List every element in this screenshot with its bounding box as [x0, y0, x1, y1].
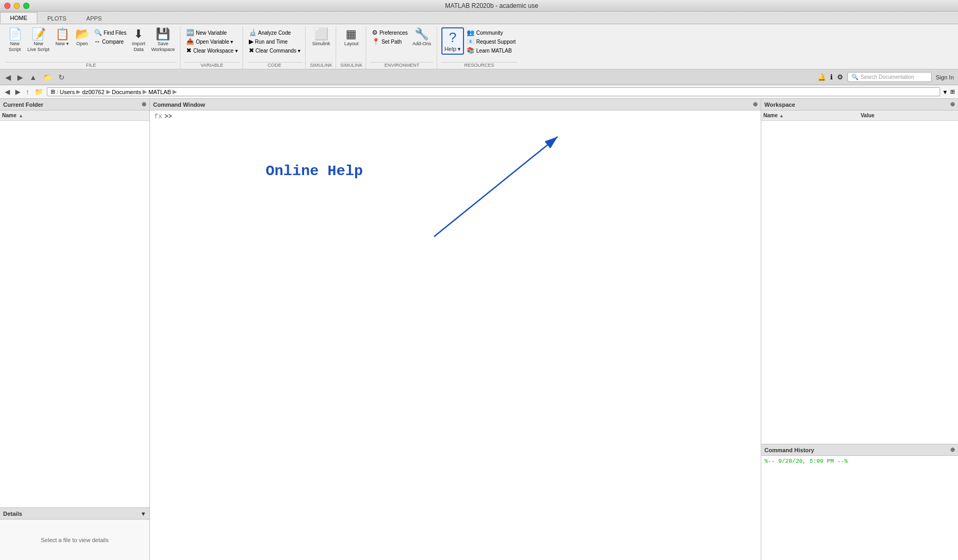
help-icon-top[interactable]: 🔔	[818, 73, 826, 81]
run-and-time-label: Run and Time	[255, 39, 288, 45]
browse-button[interactable]: 📁	[42, 72, 53, 83]
new-script-label: NewScript	[8, 41, 21, 53]
compare-button[interactable]: ↔ Compare	[93, 37, 128, 46]
ribbon: 📄 NewScript 📝 NewLive Script 📋 New ▾ 📂 O…	[0, 24, 958, 69]
new-dropdown-label: New ▾	[55, 41, 69, 47]
window-controls[interactable]	[4, 3, 29, 9]
clear-commands-button[interactable]: ✖ Clear Commands ▾	[247, 46, 302, 55]
up-button[interactable]: ▲	[28, 72, 38, 83]
info-icon-top[interactable]: ℹ	[830, 73, 833, 81]
import-data-button[interactable]: ⬇ ImportData	[129, 27, 148, 54]
simulink-label: Simulink	[312, 41, 330, 47]
command-window-header: Command Window ⊕	[150, 99, 761, 110]
cmd-prompt-symbol: >>	[165, 113, 172, 120]
search-documentation-input[interactable]: 🔍 Search Documentation	[848, 72, 932, 82]
breadcrumb-username[interactable]: dz00762	[82, 89, 104, 95]
set-path-label: Set Path	[381, 39, 401, 45]
find-files-button[interactable]: 🔍 Find Files	[93, 28, 128, 37]
workspace-title: Workspace	[764, 101, 795, 108]
sign-in-button[interactable]: Sign In	[936, 74, 954, 80]
settings-icon-top[interactable]: ⚙	[837, 73, 843, 81]
layout-group-content: ▦ Layout	[342, 27, 361, 62]
resources-group-label: RESOURCES	[441, 62, 518, 69]
details-chevron-icon[interactable]: ▼	[140, 511, 146, 517]
folder-sort-icon[interactable]: ▲	[18, 113, 23, 118]
addr-back-button[interactable]: ◀	[3, 87, 12, 96]
new-live-script-button[interactable]: 📝 NewLive Script	[25, 27, 52, 54]
analyze-code-button[interactable]: 🔬 Analyze Code	[247, 28, 302, 37]
refresh-button[interactable]: ↻	[57, 72, 66, 83]
tab-apps[interactable]: APPS	[76, 13, 112, 24]
title-bar: MATLAB R2020b - academic use	[0, 0, 958, 12]
minimize-button[interactable]	[14, 3, 20, 9]
addr-expand-icon[interactable]: ⊞	[950, 88, 955, 95]
breadcrumb-matlab[interactable]: MATLAB	[148, 89, 171, 95]
layout-button[interactable]: ▦ Layout	[342, 27, 361, 48]
help-label: Help ▾	[445, 46, 461, 53]
folder-content	[0, 121, 149, 507]
clear-commands-icon: ✖	[249, 47, 254, 54]
workspace-panel: Workspace ⊕ Name ▲ Value	[761, 99, 958, 444]
command-window-panel: Command Window ⊕ fx >> Online Help	[150, 99, 761, 560]
code-small-col: 🔬 Analyze Code ▶ Run and Time ✖ Clear Co…	[247, 27, 302, 55]
folder-panel-action[interactable]: ⊕	[142, 101, 146, 108]
open-button[interactable]: 📂 Open	[73, 27, 92, 48]
clear-workspace-button[interactable]: ✖ Clear Workspace ▾	[185, 46, 239, 55]
folder-name-col: Name	[2, 113, 16, 118]
address-bar: ◀ ▶ ↑ 📁 ⊞ / Users ▶ dz00762 ▶ Documents …	[0, 85, 958, 99]
simulink-button[interactable]: ⬜ Simulink	[310, 27, 332, 48]
close-button[interactable]	[4, 3, 11, 9]
new-dropdown-button[interactable]: 📋 New ▾	[53, 27, 72, 48]
addr-up-button[interactable]: ↑	[24, 87, 31, 96]
forward-button[interactable]: ▶	[16, 72, 24, 83]
set-path-icon: 📍	[372, 38, 380, 45]
clear-commands-label: Clear Commands ▾	[256, 48, 301, 54]
back-button[interactable]: ◀	[4, 72, 12, 83]
folder-header-actions: ⊕	[142, 101, 146, 108]
addr-dropdown-icon[interactable]: ▼	[942, 89, 948, 95]
workspace-panel-action[interactable]: ⊕	[950, 101, 955, 108]
cmd-panel-action[interactable]: ⊕	[753, 101, 758, 108]
main-layout: Current Folder ⊕ Name ▲ Details ▼ Select…	[0, 99, 958, 560]
ribbon-group-environment: ⚙ Preferences 📍 Set Path 🔧 Add-Ons ENVIR…	[367, 26, 437, 69]
command-window-area[interactable]: fx >> Online Help	[150, 110, 761, 560]
new-variable-button[interactable]: 🆕 New Variable	[185, 28, 239, 37]
open-variable-icon: 📤	[186, 38, 194, 45]
open-variable-button[interactable]: 📤 Open Variable ▾	[185, 37, 239, 46]
tab-home[interactable]: HOME	[0, 12, 37, 24]
preferences-button[interactable]: ⚙ Preferences	[370, 28, 409, 37]
new-live-script-label: NewLive Script	[27, 41, 49, 53]
request-support-icon: 📧	[467, 38, 475, 45]
ribbon-group-layout: ▦ Layout SIMULINK	[337, 26, 367, 69]
addr-folder-button[interactable]: 📁	[33, 87, 45, 96]
resources-small-col: 👥 Community 📧 Request Support 📚 Learn MA…	[465, 27, 517, 55]
history-panel-action[interactable]: ⊕	[950, 446, 955, 453]
simulink-group-content: ⬜ Simulink	[310, 27, 332, 62]
new-live-script-icon: 📝	[32, 28, 46, 40]
new-script-button[interactable]: 📄 NewScript	[5, 27, 24, 54]
save-workspace-button[interactable]: 💾 SaveWorkspace	[149, 27, 177, 54]
maximize-button[interactable]	[23, 3, 29, 9]
find-files-icon: 🔍	[94, 29, 102, 36]
addr-forward-button[interactable]: ▶	[14, 87, 22, 96]
set-path-button[interactable]: 📍 Set Path	[370, 37, 409, 46]
help-button[interactable]: ? Help ▾	[441, 27, 465, 55]
file-small-col: 🔍 Find Files ↔ Compare	[93, 27, 128, 46]
community-icon: 👥	[467, 29, 475, 36]
tab-plots[interactable]: PLOTS	[37, 13, 76, 24]
cmd-prompt: fx >>	[154, 113, 757, 120]
community-button[interactable]: 👥 Community	[465, 28, 517, 37]
breadcrumb-users[interactable]: Users	[60, 89, 75, 95]
simulink-icon: ⬜	[314, 28, 328, 40]
new-variable-icon: 🆕	[186, 29, 194, 36]
compare-label: Compare	[102, 39, 124, 45]
add-ons-button[interactable]: 🔧 Add-Ons	[410, 27, 433, 48]
ribbon-group-code: 🔬 Analyze Code ▶ Run and Time ✖ Clear Co…	[244, 26, 306, 69]
request-support-button[interactable]: 📧 Request Support	[465, 37, 517, 46]
new-dropdown-icon: 📋	[55, 28, 69, 40]
run-and-time-button[interactable]: ▶ Run and Time	[247, 37, 302, 46]
learn-matlab-button[interactable]: 📚 Learn MATLAB	[465, 46, 517, 55]
variable-group-label: VARIABLE	[185, 62, 239, 69]
breadcrumb-documents[interactable]: Documents	[112, 89, 142, 95]
workspace-sort-icon[interactable]: ▲	[779, 113, 784, 118]
